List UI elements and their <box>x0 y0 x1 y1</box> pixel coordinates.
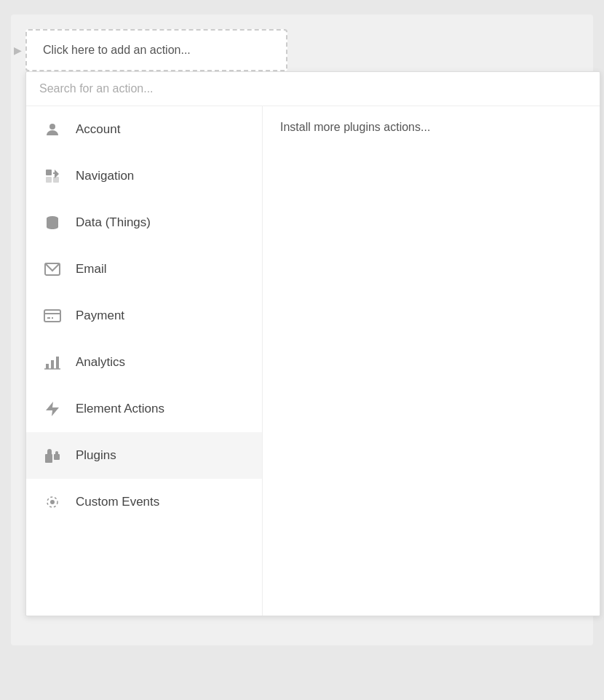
sidebar-item-email[interactable]: Email <box>26 246 262 293</box>
sidebar-item-payment[interactable]: Payment <box>26 293 262 339</box>
sidebar-item-label: Custom Events <box>76 495 159 509</box>
account-icon <box>41 118 64 141</box>
element-actions-icon <box>41 397 64 421</box>
sidebar-item-analytics[interactable]: Analytics <box>26 339 262 386</box>
sidebar-item-plugins[interactable]: Plugins <box>26 432 262 479</box>
sidebar-item-label: Analytics <box>76 355 125 370</box>
right-panel: Install more plugins actions... <box>263 106 600 616</box>
sidebar-item-label: Element Actions <box>76 402 164 416</box>
search-bar <box>26 72 600 106</box>
svg-rect-6 <box>44 310 60 322</box>
svg-rect-14 <box>45 454 52 463</box>
sidebar-item-label: Plugins <box>76 448 116 463</box>
add-action-text: Click here to add an action... <box>43 44 191 56</box>
sidebar-item-label: Payment <box>76 309 124 323</box>
content-area: Account Navigation <box>26 106 600 616</box>
search-input[interactable] <box>39 82 587 95</box>
svg-rect-12 <box>56 357 59 369</box>
email-icon <box>41 258 64 281</box>
sidebar-item-label: Navigation <box>76 169 134 183</box>
svg-rect-2 <box>46 177 52 183</box>
sidebar-item-label: Data (Things) <box>76 215 151 230</box>
analytics-icon <box>41 351 64 374</box>
svg-point-0 <box>49 124 55 130</box>
sidebar-item-label: Account <box>76 122 120 137</box>
menu-list: Account Navigation <box>26 106 263 616</box>
svg-rect-11 <box>51 360 54 369</box>
custom-events-icon <box>41 490 64 514</box>
navigation-icon <box>41 164 64 188</box>
data-icon <box>41 211 64 234</box>
plugins-icon <box>41 444 64 467</box>
add-action-box[interactable]: Click here to add an action... <box>25 29 287 71</box>
sidebar-item-account[interactable]: Account <box>26 106 262 153</box>
outer-wrapper: Click here to add an action... Account <box>11 15 593 645</box>
install-plugins-link[interactable]: Install more plugins actions... <box>280 121 430 133</box>
svg-point-16 <box>50 500 55 504</box>
svg-rect-10 <box>46 364 49 369</box>
sidebar-item-custom-events[interactable]: Custom Events <box>26 479 262 525</box>
main-panel: Account Navigation <box>25 71 600 616</box>
svg-rect-3 <box>53 177 59 183</box>
sidebar-item-label: Email <box>76 262 107 277</box>
sidebar-item-element-actions[interactable]: Element Actions <box>26 386 262 432</box>
svg-rect-1 <box>46 170 52 175</box>
sidebar-item-data-things[interactable]: Data (Things) <box>26 199 262 246</box>
sidebar-item-navigation[interactable]: Navigation <box>26 153 262 199</box>
svg-rect-15 <box>54 454 60 460</box>
payment-icon <box>41 304 64 327</box>
